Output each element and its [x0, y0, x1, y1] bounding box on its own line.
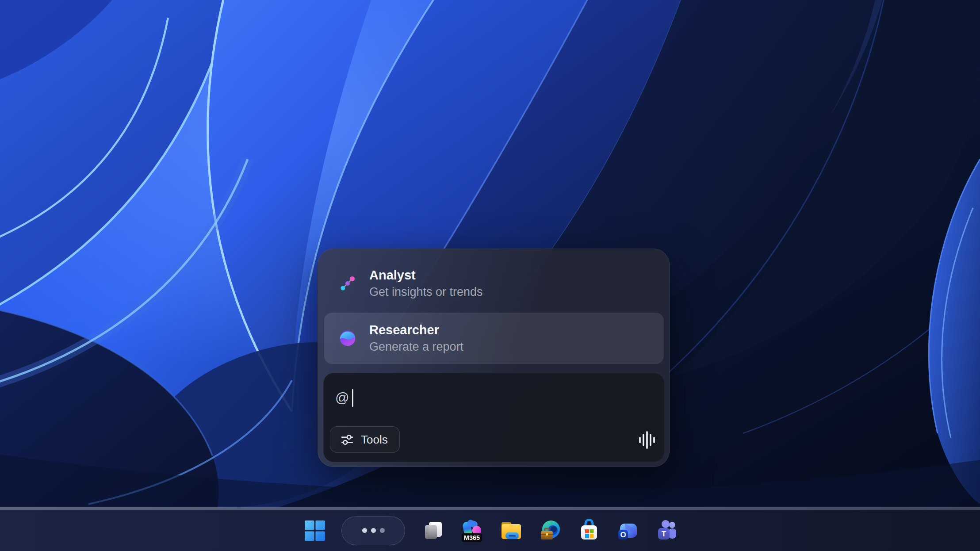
taskbar: M365 [0, 510, 980, 551]
task-view-button[interactable] [420, 517, 447, 544]
microsoft-store-icon [578, 519, 601, 542]
m365-copilot-button[interactable]: M365 [459, 517, 486, 544]
microsoft-store-button[interactable] [575, 517, 603, 544]
more-apps-pill-button[interactable] [341, 516, 405, 545]
windows-logo-icon [305, 520, 325, 541]
start-button[interactable] [301, 517, 329, 544]
waveform-icon [637, 430, 657, 450]
sliders-icon [340, 432, 354, 447]
edge-briefcase-icon [538, 519, 562, 543]
m365-copilot-icon: M365 [460, 518, 485, 543]
teams-letter: T [662, 530, 666, 538]
outlook-letter: O [620, 531, 626, 539]
text-cursor [352, 389, 353, 407]
agent-name: Researcher [369, 323, 463, 337]
stacked-windows-icon [422, 520, 444, 542]
ellipsis-dot [371, 528, 376, 533]
outlook-icon: O [616, 519, 639, 542]
edge-for-business-button[interactable] [536, 517, 564, 544]
file-explorer-icon [499, 519, 523, 543]
desktop: Analyst Get insights or trends [0, 0, 980, 551]
m365-badge-label: M365 [464, 534, 480, 541]
ellipsis-dot [362, 528, 367, 533]
tools-button-label: Tools [361, 433, 388, 447]
teams-button[interactable]: T [653, 517, 681, 544]
voice-input-button[interactable] [637, 430, 657, 450]
agent-option-analyst[interactable]: Analyst Get insights or trends [324, 256, 664, 311]
analyst-icon [337, 276, 358, 291]
copilot-agent-flyout: Analyst Get insights or trends [318, 249, 670, 467]
prompt-text-line: @ [335, 389, 353, 407]
agent-description: Get insights or trends [369, 286, 483, 299]
tools-button[interactable]: Tools [330, 426, 400, 453]
prompt-text: @ [335, 390, 349, 406]
ellipsis-dot [380, 528, 385, 533]
file-explorer-button[interactable] [498, 517, 525, 544]
teams-icon: T [655, 518, 679, 543]
agent-description: Generate a report [369, 341, 463, 354]
agent-option-researcher[interactable]: Researcher Generate a report [324, 313, 664, 364]
prompt-input-area[interactable]: @ Tools [323, 373, 665, 462]
agent-name: Analyst [369, 268, 483, 283]
outlook-button[interactable]: O [614, 517, 642, 544]
researcher-icon [337, 329, 358, 348]
